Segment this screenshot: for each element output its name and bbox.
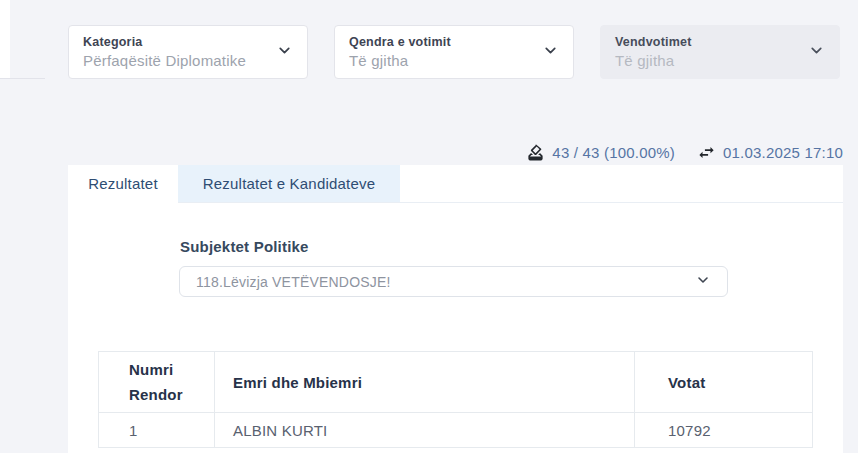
tab-results-label: Rezultatet [88, 175, 158, 192]
corner-card-fragment [0, 0, 10, 78]
table-row: 1 ALBIN KURTI 10792 [99, 413, 813, 448]
column-header-name-surname: Emri dhe Mbiemri [215, 352, 635, 413]
voting-center-dropdown-texts: Qendra e votimit Të gjitha [349, 35, 451, 69]
polling-station-dropdown-label: Vendvotimet [615, 35, 692, 49]
category-dropdown[interactable]: Kategoria Përfaqësitë Diplomatike [68, 25, 308, 79]
polling-station-dropdown: Vendvotimet Të gjitha [600, 25, 840, 79]
category-dropdown-value: Përfaqësitë Diplomatike [83, 52, 246, 69]
chevron-down-icon [695, 272, 711, 291]
counted-status-text: 43 / 43 (100.00%) [552, 144, 675, 161]
status-bar: 43 / 43 (100.00%) 01.03.2025 17:10 [526, 141, 843, 163]
polling-station-dropdown-texts: Vendvotimet Të gjitha [615, 35, 692, 69]
results-panel: Rezultatet Rezultatet e Kandidateve Subj… [68, 165, 843, 453]
column-header-votes: Votat [635, 352, 813, 413]
political-subjects-label: Subjektet Politike [180, 238, 309, 255]
chevron-down-icon [542, 42, 559, 63]
candidate-ordinal-number: 1 [99, 413, 215, 448]
column-header-ordinal-number: Numri Rendor [99, 352, 215, 413]
voting-center-dropdown-value: Të gjitha [349, 52, 451, 69]
tab-candidate-results[interactable]: Rezultatet e Kandidateve [178, 165, 400, 202]
political-subject-select[interactable]: 118.Lëvizja VETËVENDOSJE! [179, 266, 728, 297]
political-subject-select-value: 118.Lëvizja VETËVENDOSJE! [196, 274, 391, 290]
voting-center-dropdown-label: Qendra e votimit [349, 35, 451, 49]
category-dropdown-label: Kategoria [83, 35, 246, 49]
category-dropdown-texts: Kategoria Përfaqësitë Diplomatike [83, 35, 246, 69]
last-updated-text: 01.03.2025 17:10 [723, 144, 843, 161]
corner-card-divider [0, 78, 45, 79]
tab-results[interactable]: Rezultatet [68, 165, 178, 203]
polling-station-dropdown-value: Të gjitha [615, 52, 692, 69]
ballot-box-icon [526, 143, 545, 162]
chevron-down-icon [808, 42, 825, 63]
filter-bar: Kategoria Përfaqësitë Diplomatike Qendra… [68, 25, 840, 79]
tab-bar: Rezultatet Rezultatet e Kandidateve [68, 165, 843, 203]
swap-horizontal-icon [697, 143, 716, 162]
candidate-name: ALBIN KURTI [215, 413, 635, 448]
chevron-down-icon [276, 42, 293, 63]
voting-center-dropdown[interactable]: Qendra e votimit Të gjitha [334, 25, 574, 79]
candidate-votes: 10792 [635, 413, 813, 448]
counted-status: 43 / 43 (100.00%) [526, 143, 675, 162]
tab-candidate-results-label: Rezultatet e Kandidateve [203, 175, 375, 192]
candidates-table-header-row: Numri Rendor Emri dhe Mbiemri Votat [99, 352, 813, 413]
candidates-table: Numri Rendor Emri dhe Mbiemri Votat 1 AL… [98, 351, 813, 448]
last-updated-status: 01.03.2025 17:10 [697, 143, 843, 162]
